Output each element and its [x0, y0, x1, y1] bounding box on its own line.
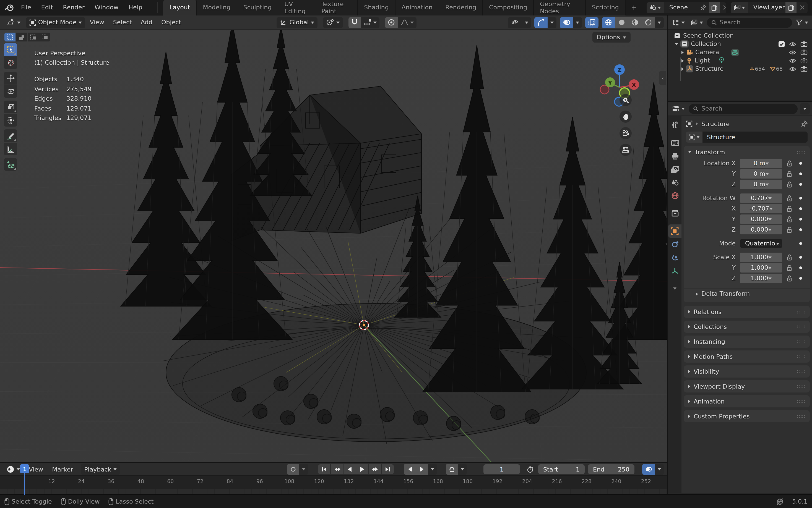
auto-key-dropdown[interactable] [299, 464, 308, 475]
value-field[interactable]: 0.000 [740, 225, 782, 235]
outliner-row-light[interactable]: Light [668, 56, 812, 65]
animate-dot-icon[interactable] [799, 242, 802, 245]
prev-keyframe-button[interactable] [331, 464, 343, 474]
scale-tool[interactable] [4, 100, 17, 113]
animate-dot-icon[interactable] [799, 256, 802, 259]
workspace-tab[interactable]: Layout [163, 0, 197, 15]
box-select-tool[interactable] [4, 43, 17, 56]
lock-open-icon[interactable] [784, 226, 794, 233]
lock-open-icon[interactable] [784, 254, 794, 261]
next-keyframe-button[interactable] [369, 464, 381, 474]
lock-open-icon[interactable] [784, 160, 794, 167]
properties-options-dropdown[interactable] [800, 103, 810, 114]
panel-grip[interactable] [797, 414, 805, 418]
properties-panel-header[interactable]: Instancing [684, 336, 810, 348]
add-cube-tool[interactable] [4, 158, 17, 171]
snap-with-dropdown[interactable] [361, 17, 380, 28]
copy-icon[interactable] [785, 2, 797, 13]
gizmo-icon[interactable] [534, 17, 547, 28]
checkbox-icon[interactable] [778, 41, 785, 47]
shading-wireframe-icon[interactable] [602, 17, 615, 28]
camera-restrict-icon[interactable] [800, 66, 808, 72]
value-field[interactable]: 0 m [740, 169, 782, 178]
viewport-canvas[interactable]: User Perspective (1) Collection | Struct… [0, 30, 667, 462]
properties-panel-header[interactable]: Relations [684, 306, 810, 318]
visibility-dropdown[interactable] [508, 17, 531, 28]
play-button[interactable] [356, 464, 368, 474]
auto-key-icon[interactable] [287, 464, 299, 475]
overlays-icon[interactable] [560, 17, 573, 28]
value-field[interactable]: 1.000 [740, 263, 782, 272]
tab-constraints[interactable] [668, 238, 682, 251]
camera-restrict-icon[interactable] [800, 49, 808, 55]
pin-icon[interactable] [698, 2, 709, 13]
panel-grip[interactable] [797, 325, 805, 329]
select-extend-icon[interactable] [16, 33, 27, 41]
step-back-button[interactable] [404, 464, 416, 475]
lock-open-icon[interactable] [784, 216, 794, 222]
camera-restrict-icon[interactable] [800, 57, 808, 64]
magnet-icon[interactable] [349, 17, 361, 28]
shading-material-icon[interactable] [628, 17, 642, 28]
panel-grip[interactable] [797, 399, 805, 403]
properties-editor-type-button[interactable] [671, 103, 686, 114]
tab-world[interactable] [668, 189, 682, 202]
playhead[interactable]: 1 [20, 464, 29, 473]
editor-type-button[interactable] [3, 17, 24, 28]
panel-grip[interactable] [797, 310, 805, 314]
step-dropdown[interactable] [428, 464, 437, 475]
viewport-menu-item[interactable]: View [85, 19, 109, 26]
object-browse-button[interactable] [686, 132, 702, 142]
panel-grip[interactable] [797, 354, 805, 358]
animate-dot-icon[interactable] [799, 228, 802, 231]
animate-dot-icon[interactable] [799, 197, 802, 200]
timeline-menu-item[interactable]: Marker [48, 466, 77, 473]
sidebar-collapse-arrow[interactable]: ‹ [659, 71, 666, 85]
blender-logo-icon[interactable] [4, 4, 14, 11]
properties-search-input[interactable]: Search [689, 103, 798, 114]
lock-open-icon[interactable] [784, 181, 794, 188]
menu-item[interactable]: Help [124, 4, 148, 11]
value-field[interactable]: 1.000 [740, 273, 782, 283]
properties-panel-header[interactable]: Motion Paths [684, 350, 810, 363]
add-workspace-button[interactable]: + [625, 4, 642, 11]
start-frame-field[interactable]: Start1 [538, 464, 585, 474]
menu-item[interactable]: Window [90, 4, 124, 11]
pivot-dropdown[interactable] [323, 17, 343, 28]
eye-icon[interactable] [789, 66, 797, 72]
value-field[interactable]: 0 m [740, 159, 782, 168]
options-dropdown[interactable]: Options [592, 32, 631, 43]
panel-grip[interactable] [797, 150, 805, 154]
transform-tool[interactable] [4, 114, 17, 127]
pan-button[interactable] [619, 111, 632, 123]
eye-icon[interactable] [789, 41, 797, 47]
pin-icon[interactable] [801, 121, 808, 127]
viewlayer-browse-button[interactable] [731, 2, 748, 13]
tab-physics[interactable] [668, 251, 682, 264]
close-icon[interactable] [720, 2, 726, 13]
falloff-dropdown[interactable] [398, 17, 417, 28]
animate-dot-icon[interactable] [799, 207, 802, 210]
playback-dropdown[interactable]: Playback [81, 464, 120, 475]
jump-start-button[interactable] [318, 464, 330, 474]
cursor-tool[interactable] [4, 56, 17, 69]
current-frame-field[interactable]: 1 [483, 464, 520, 474]
tab-object-data[interactable] [668, 264, 682, 278]
shading-dropdown[interactable] [655, 17, 664, 28]
transform-panel-header[interactable]: Transform [684, 146, 810, 158]
gizmo-dropdown[interactable] [547, 17, 557, 28]
workspace-tab[interactable]: Shading [358, 0, 395, 15]
close-icon[interactable] [797, 2, 808, 13]
tabs-overflow-chevron[interactable] [668, 282, 682, 295]
properties-panel-header[interactable]: Visibility [684, 366, 810, 378]
lock-open-icon[interactable] [784, 195, 794, 202]
menu-item[interactable]: Edit [36, 4, 58, 11]
measure-tool[interactable] [4, 142, 17, 155]
workspace-tab[interactable]: Animation [396, 0, 439, 15]
select-intersect-icon[interactable] [39, 33, 50, 41]
properties-panel-header[interactable]: Collections [684, 321, 810, 333]
workspace-tab[interactable]: Texture Paint [315, 0, 358, 15]
zoom-button[interactable] [619, 94, 632, 106]
stopwatch-icon[interactable] [527, 465, 534, 473]
workspace-tab[interactable]: Compositing [483, 0, 534, 15]
